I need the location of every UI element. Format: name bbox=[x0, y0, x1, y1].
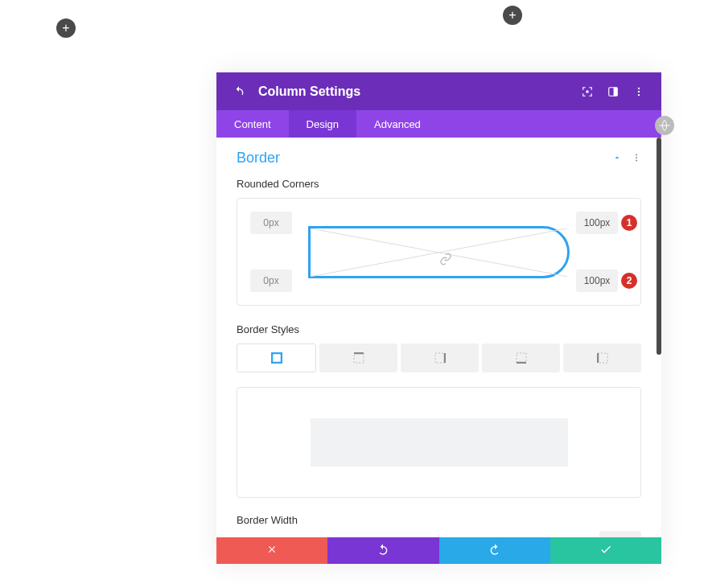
svg-point-0 bbox=[587, 90, 588, 92]
svg-point-8 bbox=[636, 159, 637, 161]
save-button[interactable] bbox=[550, 537, 661, 564]
add-module-button-left[interactable]: + bbox=[56, 19, 76, 38]
rounded-corners-label: Rounded Corners bbox=[237, 178, 641, 190]
svg-point-7 bbox=[636, 157, 637, 158]
corner-preview bbox=[308, 226, 570, 278]
tab-design[interactable]: Design bbox=[289, 110, 356, 138]
redo-icon bbox=[488, 543, 501, 559]
undo-button[interactable] bbox=[327, 537, 438, 564]
more-icon[interactable] bbox=[632, 85, 645, 98]
svg-rect-14 bbox=[435, 353, 445, 363]
svg-rect-11 bbox=[272, 353, 282, 363]
corner-bottom-left-input[interactable] bbox=[250, 269, 292, 292]
svg-rect-18 bbox=[598, 353, 607, 363]
svg-point-3 bbox=[638, 87, 640, 88]
svg-rect-12 bbox=[354, 353, 364, 363]
border-preview-inner bbox=[311, 418, 568, 467]
tab-advanced[interactable]: Advanced bbox=[356, 110, 438, 138]
section-header: Border bbox=[237, 150, 641, 167]
section-title-border[interactable]: Border bbox=[237, 150, 612, 167]
border-preview-box bbox=[237, 387, 641, 498]
cancel-button[interactable] bbox=[216, 537, 327, 564]
redo-button[interactable] bbox=[439, 537, 550, 564]
section-more-icon[interactable] bbox=[632, 151, 641, 166]
corner-top-right-input[interactable] bbox=[576, 212, 618, 234]
modal-footer bbox=[216, 537, 661, 564]
svg-rect-16 bbox=[517, 353, 526, 363]
close-icon bbox=[266, 544, 278, 558]
border-style-right[interactable] bbox=[401, 343, 479, 372]
annotation-marker-1: 1 bbox=[621, 215, 637, 231]
border-style-left[interactable] bbox=[563, 343, 641, 372]
add-module-button-right[interactable]: + bbox=[503, 6, 522, 25]
annotation-marker-2: 2 bbox=[621, 273, 637, 289]
border-style-all[interactable] bbox=[237, 343, 316, 372]
panel-icon[interactable] bbox=[607, 85, 620, 98]
expand-icon[interactable] bbox=[581, 85, 594, 98]
plus-icon: + bbox=[62, 21, 69, 35]
border-style-bottom[interactable] bbox=[482, 343, 560, 372]
chevron-up-icon[interactable] bbox=[612, 151, 622, 166]
svg-point-6 bbox=[636, 154, 637, 155]
border-width-input[interactable] bbox=[599, 531, 641, 537]
border-style-top[interactable] bbox=[319, 343, 397, 372]
border-styles-label: Border Styles bbox=[237, 323, 641, 335]
modal-title: Column Settings bbox=[258, 84, 581, 99]
modal-header: Column Settings bbox=[216, 72, 661, 110]
corner-top-left-input[interactable] bbox=[250, 212, 292, 234]
border-styles-row bbox=[237, 343, 641, 372]
plus-icon: + bbox=[508, 8, 516, 23]
modal-body: Border Rounded Corners 1 2 bbox=[216, 138, 661, 537]
column-settings-modal: Column Settings Content Design Advanced … bbox=[216, 72, 661, 564]
corner-bottom-right-input[interactable] bbox=[576, 269, 618, 292]
globe-icon[interactable] bbox=[655, 116, 674, 135]
undo-icon bbox=[377, 543, 389, 559]
border-width-label: Border Width bbox=[237, 514, 298, 526]
undo-icon[interactable] bbox=[233, 85, 245, 98]
svg-point-4 bbox=[638, 90, 640, 92]
check-icon bbox=[599, 543, 612, 559]
svg-rect-2 bbox=[614, 87, 618, 96]
scrollbar[interactable] bbox=[657, 138, 661, 355]
svg-point-5 bbox=[638, 93, 640, 95]
tab-content[interactable]: Content bbox=[216, 110, 289, 138]
rounded-corners-control: 1 2 bbox=[237, 198, 641, 306]
tabs: Content Design Advanced bbox=[216, 110, 661, 138]
